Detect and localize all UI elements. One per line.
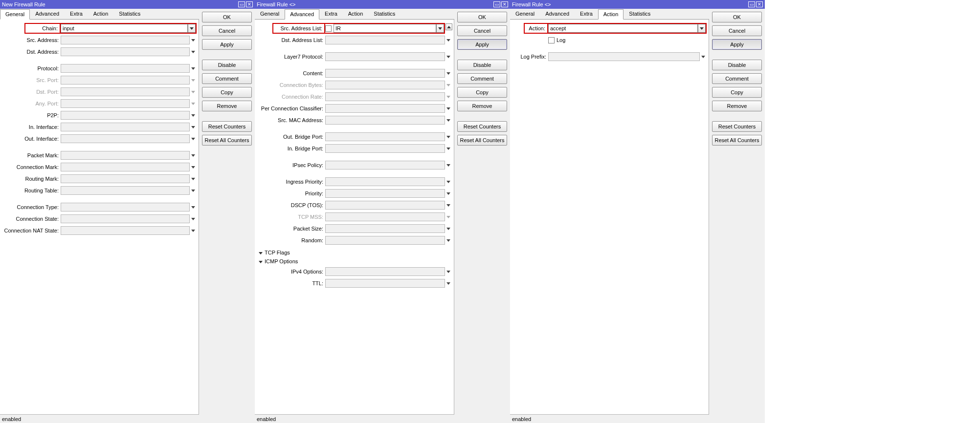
apply-button[interactable]: Apply <box>457 39 507 50</box>
tab-general[interactable]: General <box>0 9 30 20</box>
reset-counters-button[interactable]: Reset Counters <box>457 121 507 132</box>
p2p-input[interactable] <box>61 111 190 120</box>
scroll-up-icon[interactable] <box>445 23 452 30</box>
src-address-list-dropdown-icon[interactable] <box>436 24 444 33</box>
comment-button[interactable]: Comment <box>457 73 507 84</box>
ok-button[interactable]: OK <box>712 12 762 22</box>
expand-icon[interactable] <box>190 123 197 131</box>
ingress-input[interactable] <box>325 177 445 186</box>
ttl-input[interactable] <box>325 279 445 288</box>
connection-nat-state-input[interactable] <box>61 226 190 235</box>
connection-mark-input[interactable] <box>61 163 190 171</box>
expand-icon[interactable] <box>190 134 197 143</box>
dst-address-input[interactable] <box>61 47 190 56</box>
tab-advanced[interactable]: Advanced <box>30 9 65 19</box>
ok-button[interactable]: OK <box>202 12 252 22</box>
src-address-list-input[interactable]: IR <box>334 24 436 33</box>
cancel-button[interactable]: Cancel <box>202 25 252 36</box>
comment-button[interactable]: Comment <box>712 73 762 84</box>
expand-icon[interactable] <box>190 151 197 160</box>
reset-counters-button[interactable]: Reset Counters <box>712 121 762 132</box>
reset-all-counters-button[interactable]: Reset All Counters <box>202 135 252 146</box>
apply-button[interactable]: Apply <box>712 39 762 50</box>
ipsec-input[interactable] <box>325 161 445 169</box>
reset-counters-button[interactable]: Reset Counters <box>202 121 252 132</box>
expand-icon[interactable] <box>445 132 452 141</box>
expand-icon[interactable] <box>445 36 452 44</box>
tab-action[interactable]: Action <box>598 9 624 20</box>
protocol-input[interactable] <box>61 64 190 73</box>
tab-statistics[interactable]: Statistics <box>368 9 401 19</box>
close-icon[interactable]: ✕ <box>246 1 253 7</box>
log-checkbox[interactable] <box>548 37 555 43</box>
dscp-input[interactable] <box>325 201 445 210</box>
routing-mark-input[interactable] <box>61 174 190 183</box>
chain-input[interactable]: input <box>61 24 188 33</box>
expand-icon[interactable] <box>190 214 197 223</box>
expand-icon[interactable] <box>190 226 197 235</box>
tab-extra[interactable]: Extra <box>319 9 343 19</box>
out-bridge-input[interactable] <box>325 132 445 141</box>
tab-extra[interactable]: Extra <box>65 9 88 19</box>
minimize-icon[interactable]: ▭ <box>238 1 245 7</box>
expand-icon[interactable] <box>190 47 197 56</box>
tab-advanced[interactable]: Advanced <box>285 9 319 20</box>
expand-icon[interactable] <box>190 36 197 44</box>
packet-size-input[interactable] <box>325 224 445 233</box>
dst-address-list-input[interactable] <box>325 36 445 44</box>
copy-button[interactable]: Copy <box>712 87 762 98</box>
expand-icon[interactable] <box>445 279 452 288</box>
ok-button[interactable]: OK <box>457 12 507 22</box>
packet-mark-input[interactable] <box>61 151 190 160</box>
expand-icon[interactable] <box>445 144 452 153</box>
disable-button[interactable]: Disable <box>202 60 252 70</box>
remove-button[interactable]: Remove <box>202 101 252 111</box>
cancel-button[interactable]: Cancel <box>457 25 507 36</box>
expand-icon[interactable] <box>445 189 452 198</box>
expand-icon[interactable] <box>445 177 452 186</box>
src-address-input[interactable] <box>61 36 190 44</box>
expand-icon[interactable] <box>445 236 452 245</box>
tab-general[interactable]: General <box>510 9 540 19</box>
expand-icon[interactable] <box>190 111 197 120</box>
expand-icon[interactable] <box>190 186 197 195</box>
expand-icon[interactable] <box>445 224 452 233</box>
expand-icon[interactable] <box>445 116 452 125</box>
ipv4-options-input[interactable] <box>325 267 445 276</box>
expand-icon[interactable] <box>445 201 452 210</box>
comment-button[interactable]: Comment <box>202 73 252 84</box>
icmp-options-section[interactable]: ICMP Options <box>257 257 452 266</box>
expand-icon[interactable] <box>445 267 452 276</box>
expand-icon[interactable] <box>190 203 197 212</box>
expand-icon[interactable] <box>190 174 197 183</box>
src-mac-input[interactable] <box>325 116 445 125</box>
tab-statistics[interactable]: Statistics <box>113 9 146 19</box>
action-dropdown-icon[interactable] <box>698 24 706 33</box>
remove-button[interactable]: Remove <box>712 101 762 111</box>
tcp-flags-section[interactable]: TCP Flags <box>257 248 452 257</box>
content-input[interactable] <box>325 69 445 78</box>
tab-action[interactable]: Action <box>343 9 369 19</box>
in-interface-input[interactable] <box>61 123 190 131</box>
tab-statistics[interactable]: Statistics <box>624 9 656 19</box>
routing-table-input[interactable] <box>61 186 190 195</box>
expand-icon[interactable] <box>190 163 197 171</box>
expand-icon[interactable] <box>445 69 452 78</box>
action-input[interactable]: accept <box>548 24 698 33</box>
minimize-icon[interactable]: ▭ <box>493 1 500 7</box>
tab-general[interactable]: General <box>255 9 285 19</box>
tab-extra[interactable]: Extra <box>575 9 598 19</box>
layer7-input[interactable] <box>325 52 445 61</box>
random-input[interactable] <box>325 236 445 245</box>
tab-action[interactable]: Action <box>88 9 114 19</box>
disable-button[interactable]: Disable <box>457 60 507 70</box>
close-icon[interactable]: ✕ <box>756 1 763 7</box>
expand-icon[interactable] <box>190 64 197 73</box>
pcc-input[interactable] <box>325 104 445 113</box>
copy-button[interactable]: Copy <box>202 87 252 98</box>
disable-button[interactable]: Disable <box>712 60 762 70</box>
close-icon[interactable]: ✕ <box>501 1 508 7</box>
reset-all-counters-button[interactable]: Reset All Counters <box>457 135 507 146</box>
cancel-button[interactable]: Cancel <box>712 25 762 36</box>
expand-icon[interactable] <box>445 104 452 113</box>
